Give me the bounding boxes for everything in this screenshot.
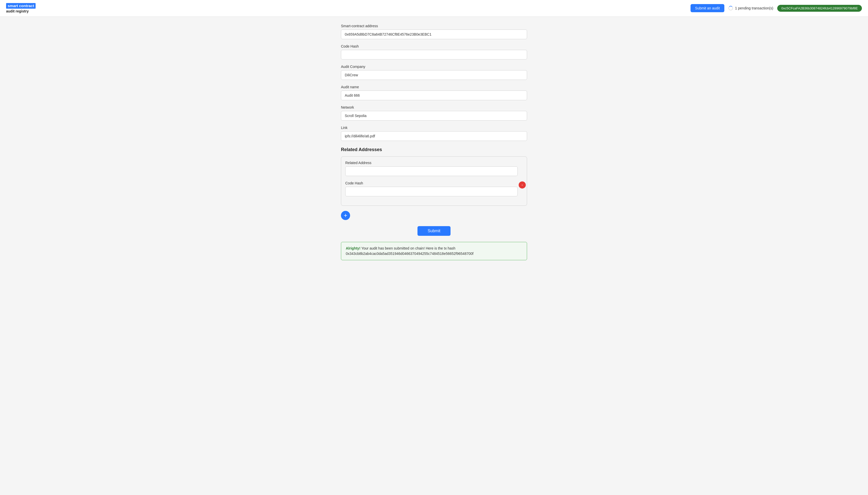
audit-company-group: Audit Company: [341, 65, 527, 80]
network-input[interactable]: [341, 111, 527, 121]
spinner-icon: [728, 6, 733, 11]
submit-audit-button[interactable]: Submit an audit: [691, 4, 724, 12]
success-bold-text: Alrighty!: [346, 246, 360, 250]
related-code-hash-field-group: Code Hash: [345, 181, 523, 197]
audit-name-label: Audit name: [341, 85, 527, 89]
link-group: Link: [341, 126, 527, 141]
header-right: Submit an audit 1 pending transaction(s)…: [691, 4, 862, 12]
code-hash-label: Code Hash: [341, 44, 527, 48]
related-addresses-section: Related Addresses Related Address Code H…: [341, 147, 527, 206]
related-code-hash-input[interactable]: [345, 187, 518, 197]
wallet-address-badge[interactable]: 0xc5CFcaFA2B36b30874824fcb412896979079bf…: [777, 5, 862, 12]
logo: smart contract audit registry: [6, 3, 36, 14]
related-address-label: Related Address: [345, 161, 523, 165]
related-code-hash-label: Code Hash: [345, 181, 523, 185]
audit-company-input[interactable]: [341, 70, 527, 80]
link-label: Link: [341, 126, 527, 130]
related-address-input[interactable]: [345, 166, 518, 176]
logo-top: smart contract: [6, 3, 36, 8]
related-addresses-box: Related Address Code Hash -: [341, 156, 527, 206]
main-content: Smart-contract address Code Hash Audit C…: [335, 18, 533, 272]
code-hash-group: Code Hash: [341, 44, 527, 59]
success-banner: Alrighty! Your audit has been submitted …: [341, 242, 527, 260]
audit-company-label: Audit Company: [341, 65, 527, 69]
smart-contract-address-group: Smart-contract address: [341, 24, 527, 39]
pending-tx-label: 1 pending transaction(s): [735, 6, 773, 10]
network-label: Network: [341, 105, 527, 109]
submit-button[interactable]: Submit: [418, 226, 450, 236]
header: smart contract audit registry Submit an …: [0, 0, 868, 17]
smart-contract-address-input[interactable]: [341, 30, 527, 39]
pending-transactions: 1 pending transaction(s): [728, 6, 773, 11]
related-address-field-group: Related Address: [345, 161, 523, 176]
link-input[interactable]: [341, 131, 527, 141]
related-addresses-title: Related Addresses: [341, 147, 527, 152]
audit-name-group: Audit name: [341, 85, 527, 100]
add-related-address-button[interactable]: +: [341, 211, 350, 220]
success-message: Your audit has been submitted on chain! …: [346, 246, 474, 256]
logo-bottom: audit registry: [6, 9, 36, 14]
code-hash-input[interactable]: [341, 50, 527, 59]
remove-related-address-button[interactable]: -: [519, 181, 526, 188]
audit-name-input[interactable]: [341, 90, 527, 100]
network-group: Network: [341, 105, 527, 121]
related-address-row: Related Address Code Hash -: [345, 161, 523, 197]
smart-contract-address-label: Smart-contract address: [341, 24, 527, 28]
